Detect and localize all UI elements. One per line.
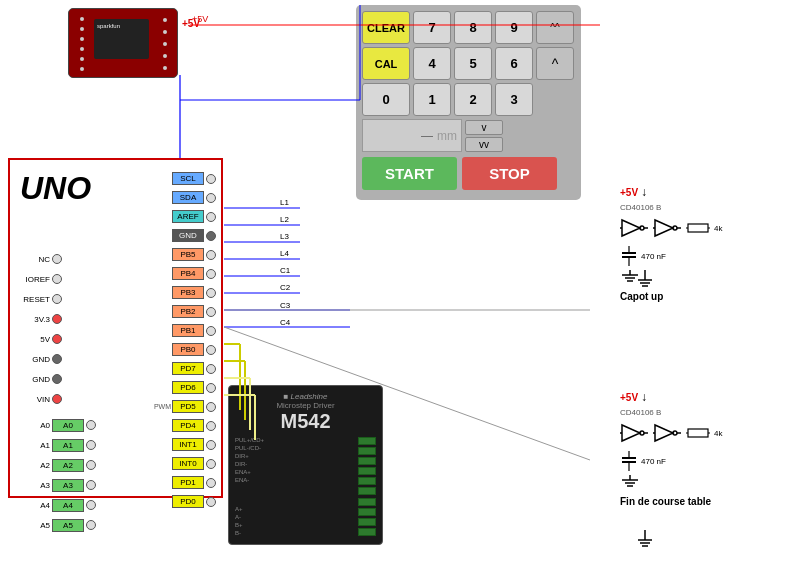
gnd-symbol-top (620, 270, 640, 284)
key-8[interactable]: 8 (454, 11, 492, 44)
leadshine-brand: ■ Leadshine (235, 392, 376, 401)
svg-text:C2: C2 (280, 283, 291, 292)
key-cal[interactable]: CAL (362, 47, 410, 80)
inverter-gate-2 (653, 218, 683, 238)
key-0[interactable]: 0 (362, 83, 410, 116)
uno-board: UNO NC IOREF RESET 3V.3 5V (8, 158, 223, 498)
key-5[interactable]: 5 (454, 47, 492, 80)
display-input: — mm (362, 119, 462, 152)
resistor-bottom (686, 425, 711, 441)
svg-text:C3: C3 (280, 301, 291, 310)
key-3[interactable]: 3 (495, 83, 533, 116)
arrow-up-double[interactable]: ^^ (536, 11, 574, 44)
vcc-top-label: +5V (182, 18, 200, 29)
circuit-top-right: +5V ↓ CD40106 B (620, 185, 795, 302)
leadshine-model: M542 (235, 410, 376, 433)
start-button[interactable]: START (362, 157, 457, 190)
leadshine-type: Microstep Driver (235, 401, 376, 410)
cd40106-top-label: CD40106 B (620, 203, 661, 212)
fin-course-label: Fin de course table (620, 496, 795, 507)
svg-text:L1: L1 (280, 198, 289, 207)
svg-point-5 (673, 226, 677, 230)
svg-point-24 (673, 431, 677, 435)
vcc-label-top: +5V (620, 187, 638, 198)
arrow-down-double[interactable]: vv (465, 137, 503, 152)
svg-text:L3: L3 (280, 232, 289, 241)
svg-text:C1: C1 (280, 266, 291, 275)
svg-marker-19 (622, 425, 640, 441)
stop-button[interactable]: STOP (462, 157, 557, 190)
svg-rect-8 (688, 224, 708, 232)
key-4[interactable]: 4 (413, 47, 451, 80)
vcc-label-bottom: +5V (620, 392, 638, 403)
main-canvas: sparkfun +5V UNO NC IOREF RESET 3V.3 (0, 0, 800, 584)
mm-unit-label: mm (437, 129, 457, 143)
key-clear[interactable]: CLEAR (362, 11, 410, 44)
leadshine-driver: ■ Leadshine Microstep Driver M542 PUL+/C… (228, 385, 383, 545)
svg-marker-23 (655, 425, 673, 441)
gnd-symbol-bottom (620, 475, 640, 489)
svg-marker-0 (622, 220, 640, 236)
key-9[interactable]: 9 (495, 11, 533, 44)
key-7[interactable]: 7 (413, 11, 451, 44)
svg-point-1 (640, 226, 644, 230)
left-pins: NC IOREF RESET 3V.3 5V GND (15, 250, 96, 536)
right-pins: SCL SDA AREF GND PB5 (154, 170, 216, 512)
capot-up-label: Capot up (620, 291, 795, 302)
svg-rect-27 (688, 429, 708, 437)
svg-marker-4 (655, 220, 673, 236)
key-2[interactable]: 2 (454, 83, 492, 116)
svg-text:L2: L2 (280, 215, 289, 224)
inverter-gate-1 (620, 218, 650, 238)
arrow-down-single[interactable]: v (465, 120, 503, 135)
inverter-gate-3 (620, 423, 650, 443)
inverter-gate-4 (653, 423, 683, 443)
svg-text:L4: L4 (280, 249, 289, 258)
cd40106-bottom-label: CD40106 B (620, 408, 661, 417)
capacitor-top (620, 246, 638, 266)
svg-point-20 (640, 431, 644, 435)
uno-label: UNO (20, 170, 91, 207)
circuit-bottom-right: +5V ↓ CD40106 B (620, 390, 795, 507)
key-6[interactable]: 6 (495, 47, 533, 80)
arrow-up-single[interactable]: ^ (536, 47, 574, 80)
key-1[interactable]: 1 (413, 83, 451, 116)
resistor-top (686, 220, 711, 236)
svg-text:C4: C4 (280, 318, 291, 327)
arduino-brand-label: sparkfun (97, 23, 120, 29)
capacitor-bottom (620, 451, 638, 471)
keypad-container: CLEAR 7 8 9 ^^ CAL 4 5 6 ^ 0 1 2 3 — mm (356, 5, 581, 200)
arduino-mini-board: sparkfun (68, 8, 178, 78)
